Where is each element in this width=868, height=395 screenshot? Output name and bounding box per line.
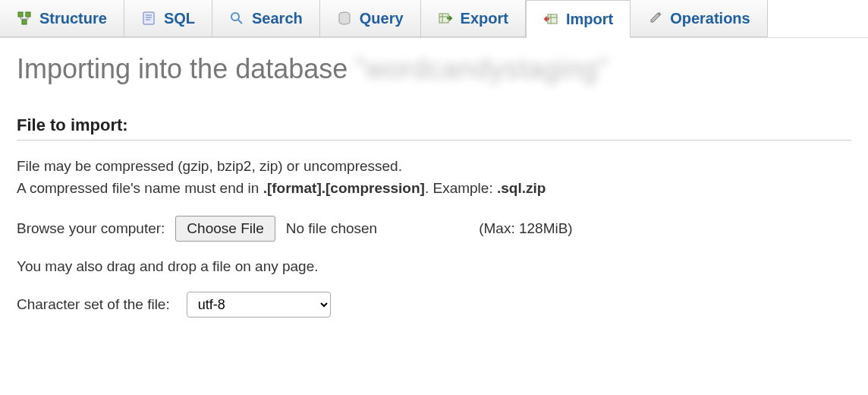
tab-label: Operations (670, 10, 750, 27)
svg-line-8 (238, 20, 242, 24)
svg-rect-2 (22, 20, 27, 24)
query-icon (337, 11, 352, 26)
operations-icon (647, 11, 662, 26)
import-icon (543, 11, 558, 27)
section-title-file-to-import: File to import: (17, 115, 851, 141)
help-line2-bold1: .[format].[compression] (263, 180, 425, 196)
tab-search[interactable]: Search (212, 0, 320, 37)
svg-rect-3 (143, 12, 154, 24)
page-title: Importing into the database "wordcandyst… (17, 53, 851, 85)
tab-operations[interactable]: Operations (631, 0, 768, 37)
no-file-chosen-label: No file chosen (286, 220, 377, 237)
help-line1: File may be compressed (gzip, bzip2, zip… (17, 158, 402, 174)
drag-drop-hint: You may also drag and drop a file on any… (17, 258, 851, 275)
svg-point-7 (231, 13, 239, 21)
charset-row: Character set of the file: utf-8 (17, 292, 851, 318)
tab-label: SQL (164, 10, 195, 27)
browse-label: Browse your computer: (17, 220, 165, 237)
tab-label: Query (360, 10, 404, 27)
tab-sql[interactable]: SQL (124, 0, 212, 37)
title-prefix: Importing into the database (17, 53, 348, 84)
tab-bar: Structure SQL Search Query Export Import (0, 0, 868, 38)
help-line2-pre: A compressed file's name must end in (17, 180, 263, 196)
tab-label: Structure (39, 10, 107, 27)
tab-export[interactable]: Export (421, 0, 526, 37)
tab-label: Export (461, 10, 508, 27)
tab-query[interactable]: Query (320, 0, 421, 37)
tab-label: Search (252, 10, 303, 27)
tab-import[interactable]: Import (526, 0, 631, 38)
svg-rect-0 (18, 12, 23, 17)
structure-icon (17, 11, 32, 26)
sql-icon (141, 11, 156, 26)
help-text-compression: File may be compressed (gzip, bzip2, zip… (17, 156, 851, 199)
export-icon (438, 11, 453, 26)
browse-row: Browse your computer: Choose File No fil… (17, 216, 851, 242)
tab-label: Import (566, 11, 613, 28)
choose-file-button[interactable]: Choose File (175, 216, 275, 242)
help-line2-bold2: .sql.zip (497, 180, 546, 196)
database-name-redacted: "wordcandystaging" (355, 53, 609, 85)
max-size-label: (Max: 128MiB) (479, 220, 573, 237)
search-icon (229, 11, 244, 26)
charset-select[interactable]: utf-8 (187, 292, 331, 318)
charset-label: Character set of the file: (17, 296, 170, 313)
main-content: Importing into the database "wordcandyst… (0, 38, 868, 333)
tab-structure[interactable]: Structure (0, 0, 124, 37)
help-line2-mid: . Example: (425, 180, 497, 196)
svg-rect-1 (26, 12, 30, 17)
